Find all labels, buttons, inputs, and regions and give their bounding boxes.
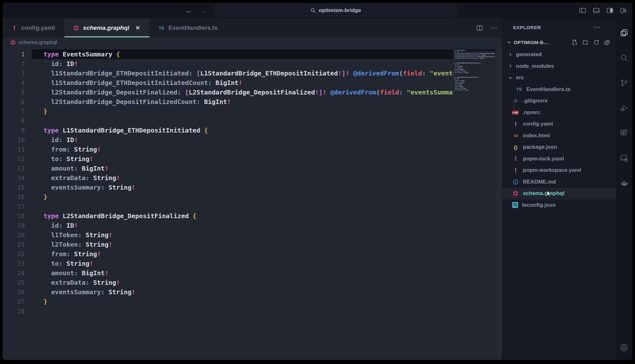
search-icon <box>310 8 316 13</box>
indent-guide <box>45 59 46 107</box>
line-content: type EventsSummary { <box>32 49 502 59</box>
activity-bar <box>616 18 632 360</box>
code-line[interactable]: 6 l2StandardBridge_DepositFinalizedCount… <box>3 97 502 107</box>
tree-folder-generated[interactable]: generated <box>502 49 616 61</box>
tree-file-schema-graphql[interactable]: schema.graphql <box>502 188 616 199</box>
run-debug-icon[interactable] <box>620 104 628 112</box>
code-line[interactable]: 27} <box>3 297 502 306</box>
extensions-icon[interactable] <box>620 129 628 137</box>
line-number: 28 <box>3 306 32 316</box>
code-line[interactable]: 16} <box>3 192 502 202</box>
toggle-bottom-panel-icon[interactable] <box>592 7 600 14</box>
tree-folder-src[interactable]: src <box>502 72 616 84</box>
code-line[interactable]: 23 to: String! <box>3 259 502 268</box>
code-line[interactable]: 13 amount: BigInt! <box>3 164 502 173</box>
code-line[interactable]: 10 id: ID! <box>3 135 502 145</box>
file-label: .gitignore <box>523 98 547 104</box>
file-label: .npmrc <box>522 109 540 116</box>
code-line[interactable]: 19 id: ID! <box>3 221 502 230</box>
tab-schema-graphql[interactable]: schema.graphql ✕ <box>64 18 150 37</box>
source-control-icon[interactable] <box>620 79 628 87</box>
toggle-left-panel-icon[interactable] <box>579 7 586 14</box>
tree-file-pnpm-lock-yaml[interactable]: !pnpm-lock.yaml <box>502 153 616 165</box>
mouse-cursor <box>545 190 553 198</box>
code-line[interactable]: 21 l2Token: String! <box>3 240 502 249</box>
code-line[interactable]: 18type L2StandardBridge_DepositFinalized… <box>3 211 502 221</box>
tree-file-tsconfig-json[interactable]: TStsconfig.json <box>502 199 616 211</box>
tab-config-yaml[interactable]: ! config.yaml <box>3 18 64 37</box>
code-line[interactable]: 1type EventsSummary { <box>3 49 502 59</box>
new-file-icon[interactable] <box>572 39 578 46</box>
tree-folder-node-modules[interactable]: node_modules <box>502 61 616 72</box>
breadcrumb[interactable]: schema.graphql <box>3 37 502 48</box>
tree-file-index-html[interactable]: <>index.html <box>502 130 616 142</box>
editor-region: ! config.yaml schema.graphql ✕ <box>3 18 502 360</box>
code-line[interactable]: 22 from: String! <box>3 249 502 259</box>
code-line[interactable]: 9type L1StandardBridge_ETHDepositInitiat… <box>3 126 502 135</box>
typescript-icon: TS <box>158 24 165 31</box>
close-tab-icon[interactable]: ✕ <box>135 24 140 31</box>
code-line[interactable]: 20 l1Token: String! <box>3 230 502 240</box>
file-label: EventHandlers.ts <box>526 86 571 93</box>
code-line[interactable]: 12 to: String! <box>3 154 502 164</box>
more-actions-icon[interactable]: ⋯ <box>490 24 498 32</box>
explorer-icon[interactable] <box>620 29 628 37</box>
command-center-search[interactable]: optimism-bridge <box>215 5 457 16</box>
code-line[interactable]: 5 l2StandardBridge_DepositFinalized: [L2… <box>3 88 502 97</box>
indent-guide <box>45 135 46 192</box>
code-line[interactable]: 7} <box>3 107 502 116</box>
code-line[interactable]: 24 amount: BigInt! <box>3 268 502 278</box>
scrollbar[interactable] <box>497 48 502 360</box>
layout-controls <box>579 3 627 18</box>
line-content: type L2StandardBridge_DepositFinalized { <box>32 211 502 221</box>
line-number: 22 <box>3 249 32 259</box>
line-number: 27 <box>3 297 32 306</box>
yaml-icon: ! <box>512 167 519 174</box>
docker-icon[interactable] <box>620 179 628 187</box>
forward-arrow-icon[interactable]: → <box>200 6 208 15</box>
code-line[interactable]: 28 <box>3 306 502 316</box>
split-editor-icon[interactable] <box>476 24 483 32</box>
refresh-icon[interactable] <box>593 39 600 46</box>
tree-file-package-json[interactable]: {}package.json <box>502 141 616 153</box>
code-line[interactable]: 14 extraData: String! <box>3 173 502 183</box>
tree-file-eventhandlers-ts[interactable]: TSEventHandlers.ts <box>502 84 616 95</box>
tree-file--npmrc[interactable]: npm.npmrc <box>502 107 616 119</box>
file-tree: generatednode_modulessrcTSEventHandlers.… <box>502 48 616 211</box>
code-line[interactable]: 3 l1StandardBridge_ETHDepositInitiated: … <box>3 68 502 78</box>
yaml-icon: ! <box>512 155 519 162</box>
line-number: 5 <box>3 88 32 97</box>
file-label: generated <box>516 51 542 58</box>
line-number: 11 <box>3 145 32 154</box>
tab-label: config.yaml <box>21 24 55 31</box>
code-line[interactable]: 2 id: ID! <box>3 59 502 68</box>
tree-file-pnpm-workspace-yaml[interactable]: !pnpm-workspace.yaml <box>502 165 616 176</box>
tree-file--gitignore[interactable]: .gitignore <box>502 95 616 107</box>
collapse-all-icon[interactable] <box>604 39 611 46</box>
code-line[interactable]: 15 eventsSummary: String! <box>3 183 502 192</box>
tree-file-readme-md[interactable]: README.md <box>502 176 616 188</box>
account-icon[interactable] <box>620 343 628 352</box>
code-line[interactable]: 4 l1StandardBridge_ETHDepositInitiatedCo… <box>3 78 502 88</box>
code-editor[interactable]: 1type EventsSummary {2 id: ID!3 l1Standa… <box>3 48 502 360</box>
code-line[interactable]: 8 <box>3 116 502 126</box>
file-label: pnpm-lock.yaml <box>523 156 564 162</box>
code-line[interactable]: 26 eventsSummary: String! <box>3 287 502 297</box>
search-icon[interactable] <box>620 54 628 62</box>
tab-eventhandlers-ts[interactable]: TS EventHandlers.ts <box>150 18 227 37</box>
project-root-row[interactable]: OPTIMISM-B... <box>502 36 616 48</box>
code-line[interactable]: 11 from: String! <box>3 145 502 154</box>
line-number: 2 <box>3 59 32 68</box>
toggle-right-panel-icon[interactable] <box>606 7 614 14</box>
line-content <box>32 202 502 211</box>
tree-file-config-yaml[interactable]: !config.yaml <box>502 118 616 130</box>
file-label: schema.graphql <box>523 190 564 197</box>
code-line[interactable]: 25 extraData: String! <box>3 278 502 287</box>
remote-explorer-icon[interactable] <box>620 154 628 162</box>
code-line[interactable]: 17 <box>3 202 502 211</box>
line-content: extraData: String! <box>32 173 502 183</box>
new-folder-icon[interactable] <box>582 39 589 46</box>
back-arrow-icon[interactable]: ← <box>185 6 193 15</box>
customize-layout-icon[interactable] <box>620 7 627 14</box>
minimap[interactable]: type EventsSummary { id: ID! l1StandardB… <box>453 49 495 360</box>
